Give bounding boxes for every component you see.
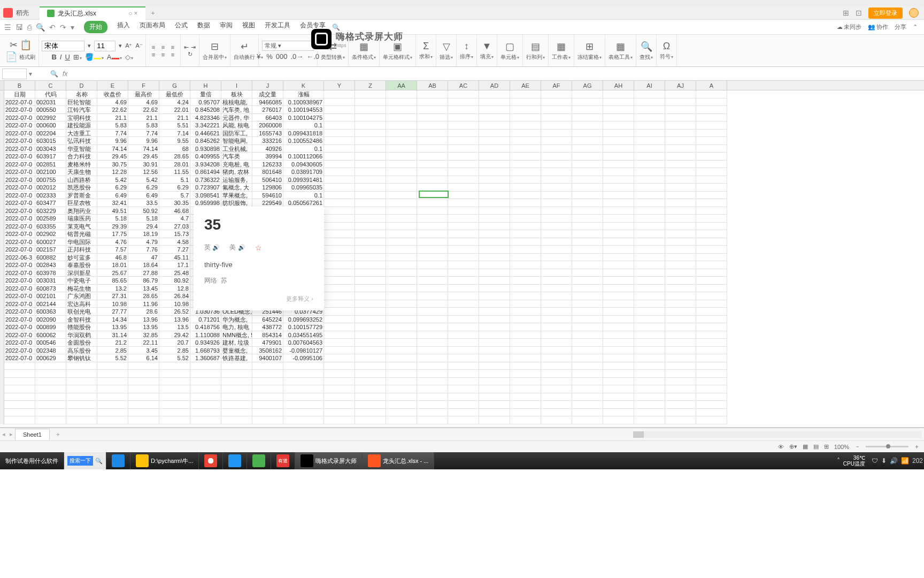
wrap-button[interactable]: 自动换行 (234, 54, 255, 61)
cell[interactable] (603, 168, 634, 176)
cell[interactable] (510, 269, 541, 277)
cell[interactable] (479, 347, 510, 355)
cell[interactable]: 收盘价 (97, 90, 128, 98)
cell[interactable] (417, 121, 448, 130)
cell[interactable]: 2022-07-0 (4, 269, 35, 277)
cell[interactable] (696, 316, 727, 324)
cell[interactable] (324, 285, 355, 293)
cell[interactable] (355, 153, 386, 161)
cell[interactable] (541, 331, 572, 339)
cell[interactable] (696, 269, 727, 277)
cell[interactable] (355, 161, 386, 169)
cell[interactable]: 22.62 (97, 106, 128, 114)
cell[interactable] (128, 409, 159, 417)
cell[interactable] (324, 137, 355, 145)
cell[interactable] (603, 331, 634, 339)
cell[interactable]: 2022-07-0 (4, 331, 35, 339)
cell[interactable]: 2022-07-0 (4, 308, 35, 316)
cell[interactable] (479, 114, 510, 122)
cell[interactable] (572, 385, 603, 393)
col-header-Y[interactable]: Y (324, 81, 355, 90)
cell[interactable]: 66403 (252, 114, 283, 122)
cell[interactable] (510, 285, 541, 293)
cell[interactable] (572, 323, 603, 331)
col-header-G[interactable]: G (159, 81, 190, 90)
cell[interactable]: 代码 (35, 90, 66, 98)
cell[interactable]: 29.45 (128, 153, 159, 161)
col-header-AB[interactable]: AB (417, 81, 448, 90)
cell[interactable]: 600062 (35, 331, 66, 339)
font-color-button[interactable]: A (107, 53, 122, 61)
cell[interactable] (541, 285, 572, 293)
paste-icon[interactable]: 📄 (5, 51, 17, 63)
cell[interactable] (665, 316, 696, 324)
fill-button[interactable]: 填充 (480, 53, 494, 60)
menu-tab-1[interactable]: 插入 (117, 21, 130, 33)
cell[interactable] (541, 246, 572, 254)
cell[interactable]: 日期 (4, 90, 35, 98)
cell[interactable] (4, 393, 35, 401)
cell[interactable] (355, 354, 386, 362)
cell[interactable] (665, 385, 696, 393)
cell[interactable] (541, 300, 572, 308)
cell[interactable]: 9400107 (252, 354, 283, 362)
cell[interactable] (510, 362, 541, 370)
cell[interactable] (417, 254, 448, 262)
cell[interactable]: 18.64 (128, 261, 159, 269)
cell[interactable] (4, 370, 35, 378)
cell[interactable] (417, 385, 448, 393)
cell[interactable] (324, 168, 355, 176)
cell[interactable] (386, 184, 417, 192)
cell[interactable] (128, 401, 159, 409)
cell[interactable] (283, 416, 324, 424)
cell[interactable] (603, 161, 634, 169)
cell[interactable] (479, 145, 510, 153)
cell[interactable] (634, 261, 665, 269)
cell[interactable] (479, 354, 510, 362)
cell[interactable] (510, 199, 541, 207)
border-button[interactable]: ⊞ (73, 53, 82, 61)
cell-button[interactable]: 单元格 (500, 54, 519, 61)
cell[interactable]: 002204 (35, 130, 66, 138)
cell[interactable]: 智能电网, (221, 137, 252, 145)
cell[interactable] (386, 254, 417, 262)
copy-icon[interactable]: 📋 (20, 39, 32, 51)
cell[interactable]: 国防军工, (221, 130, 252, 138)
cell[interactable] (603, 215, 634, 223)
cell[interactable]: 2022-07-0 (4, 137, 35, 145)
cell[interactable]: 0.007604563 (283, 339, 324, 347)
cell[interactable] (510, 261, 541, 269)
cell[interactable] (510, 254, 541, 262)
cell[interactable] (221, 385, 252, 393)
cell[interactable]: 002157 (35, 246, 66, 254)
indent-inc-icon[interactable]: ⇥ (191, 44, 196, 51)
inc-decimal-icon[interactable]: .0→ (290, 52, 303, 60)
cell[interactable] (221, 416, 252, 424)
cell[interactable]: 801648 (252, 168, 283, 176)
cell[interactable]: 002902 (35, 230, 66, 238)
format-painter-button[interactable]: 格式刷 (19, 54, 35, 61)
cell[interactable] (386, 106, 417, 114)
cell[interactable] (572, 223, 603, 231)
cell[interactable] (386, 230, 417, 238)
cell[interactable] (603, 347, 634, 355)
cell[interactable]: 宏达高科 (66, 300, 97, 308)
cell[interactable] (386, 316, 417, 324)
cell[interactable] (355, 184, 386, 192)
cell[interactable]: 涨幅 (283, 90, 324, 98)
col-header-AI[interactable]: AI (634, 81, 665, 90)
cell[interactable] (696, 215, 727, 223)
avatar-icon[interactable] (909, 8, 919, 18)
cell[interactable] (35, 416, 66, 424)
cell[interactable] (479, 153, 510, 161)
cell[interactable] (221, 378, 252, 386)
cell[interactable]: 5.42 (128, 176, 159, 184)
align-top-left-icon[interactable]: ≡ (149, 44, 158, 50)
cell[interactable] (665, 130, 696, 138)
cell[interactable]: 7.74 (128, 130, 159, 138)
cell[interactable] (97, 401, 128, 409)
tray-clock[interactable]: 202 (912, 457, 923, 465)
cell[interactable] (35, 385, 66, 393)
cell[interactable]: 2022-07-0 (4, 354, 35, 362)
cell[interactable] (386, 393, 417, 401)
